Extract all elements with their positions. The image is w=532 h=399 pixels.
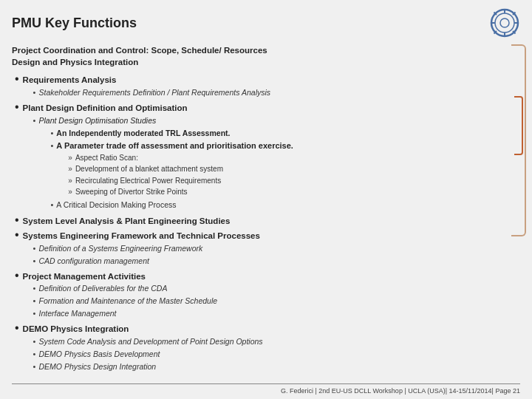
l1-label: Project Management Activities [23, 272, 146, 281]
l2-list: • System Code Analysis and Development o… [23, 336, 520, 373]
bracket-inner-decoration [514, 96, 523, 155]
l3-text: An Independently moderated TRL Assessmen… [56, 128, 520, 139]
list-item: • Interface Management [33, 308, 520, 320]
l4-text: Sweeping of Divertor Strike Points [75, 187, 520, 198]
list-item: • Plant Design Optimisation Studies • An… [33, 115, 520, 212]
list-item: • System Code Analysis and Development o… [33, 336, 520, 348]
l1-label: System Level Analysis & Plant Engineerin… [23, 216, 231, 225]
list-item: • DEMO Physics Basis Development [33, 349, 520, 361]
l1-label: DEMO Physics Integration [23, 324, 129, 333]
list-item: • Plant Design Definition and Optimisati… [15, 102, 520, 213]
l2-text: DEMO Physics Design Integration [38, 361, 520, 372]
list-item: • A Parameter trade off assessment and p… [50, 140, 520, 199]
dash-icon: • [33, 115, 36, 127]
list-item: • Systems Engineering Framework and Tech… [15, 230, 520, 268]
dash-icon: • [33, 349, 36, 361]
bullet-dot: • [15, 214, 19, 226]
subtitle: Project Coordination and Control: Scope,… [12, 44, 520, 68]
bullet-dot: • [15, 73, 19, 85]
dash-icon: • [33, 283, 36, 295]
l2-text: Definition of a Systems Engineering Fram… [38, 243, 520, 254]
l2-text: Definition of Deliverables for the CDA [38, 283, 520, 294]
bullet-dot: • [15, 101, 19, 113]
l3-text: A Critical Decision Making Process [56, 200, 520, 211]
l4-list: » Aspect Ratio Scan: » Development of a … [56, 153, 520, 198]
l2-list: • Plant Design Optimisation Studies • An… [23, 115, 520, 212]
l2-list: • Stakeholder Requirements Definition / … [23, 87, 520, 99]
item-text: Systems Engineering Framework and Techni… [23, 230, 520, 268]
page-title: PMU Key Functions [12, 16, 137, 31]
l1-label: Requirements Analysis [23, 75, 117, 84]
l2-list: • Definition of Deliverables for the CDA… [23, 283, 520, 320]
l2-text: Interface Management [38, 308, 520, 319]
list-item: • A Critical Decision Making Process [50, 200, 520, 211]
item-text: Plant Design Definition and Optimisation… [23, 102, 520, 213]
l2-text: CAD configuration management [38, 256, 520, 267]
l4-text: Development of a blanket attachment syst… [75, 164, 520, 175]
bullet-dot: • [15, 229, 19, 241]
l2-list: • Definition of a Systems Engineering Fr… [23, 243, 520, 267]
l2-text: System Code Analysis and Development of … [38, 336, 520, 347]
dash-icon: • [33, 336, 36, 348]
item-text: Requirements Analysis • Stakeholder Requ… [23, 74, 520, 100]
bullet-dot: • [15, 270, 19, 282]
list-item: » Sweeping of Divertor Strike Points [68, 187, 520, 198]
list-item: » Recirculating Electrical Power Require… [68, 176, 520, 187]
list-item: » Aspect Ratio Scan: [68, 153, 520, 164]
l1-label: Systems Engineering Framework and Techni… [23, 231, 260, 240]
dash-icon: • [33, 361, 36, 373]
dash-icon: • [33, 243, 36, 255]
footer: G. Federici | 2nd EU-US DCLL Workshop | … [12, 383, 520, 395]
dash-icon: • [33, 87, 36, 99]
arrow-icon: » [68, 176, 72, 187]
arrow-icon: » [68, 164, 72, 175]
bullet-dot: • [15, 322, 19, 334]
dash-icon: • [33, 308, 36, 320]
l2-text: Plant Design Optimisation Studies [38, 116, 156, 125]
l1-label: Plant Design Definition and Optimisation [23, 103, 188, 112]
content-area: • Requirements Analysis • Stakeholder Re… [12, 74, 520, 381]
list-item: • DEMO Physics Integration • System Code… [15, 323, 520, 374]
list-item: • CAD configuration management [33, 256, 520, 267]
list-item: • Project Management Activities • Defini… [15, 270, 520, 321]
dash-icon: • [50, 140, 53, 152]
l3-list: • An Independently moderated TRL Assessm… [38, 128, 520, 211]
dash-icon: • [33, 256, 36, 267]
svg-point-2 [500, 18, 509, 27]
l2-text: Stakeholder Requirements Definition / Pl… [38, 87, 520, 98]
list-item: • System Level Analysis & Plant Engineer… [15, 215, 520, 228]
dash-icon: • [50, 200, 53, 211]
list-item: • An Independently moderated TRL Assessm… [50, 128, 520, 140]
list-item: • Stakeholder Requirements Definition / … [33, 87, 520, 99]
header: PMU Key Functions [12, 7, 520, 38]
subtitle-line1: Project Coordination and Control: Scope,… [12, 46, 267, 55]
l3-text: A Parameter trade off assessment and pri… [56, 141, 293, 150]
list-item: • Definition of a Systems Engineering Fr… [33, 243, 520, 255]
list-item: » Development of a blanket attachment sy… [68, 164, 520, 175]
l4-text: Recirculating Electrical Power Requireme… [75, 176, 520, 187]
item-text: Project Management Activities • Definiti… [23, 270, 520, 321]
svg-point-1 [495, 13, 514, 33]
list-item: • DEMO Physics Design Integration [33, 361, 520, 373]
page: PMU Key Functions Project Coordination a… [0, 0, 532, 399]
l2-text: DEMO Physics Basis Development [38, 349, 520, 360]
arrow-icon: » [68, 153, 72, 164]
subtitle-line2: Design and Physics Integration [12, 58, 138, 66]
item-text: System Level Analysis & Plant Engineerin… [23, 215, 520, 228]
logo-icon [489, 7, 520, 38]
item-text: DEMO Physics Integration • System Code A… [23, 323, 520, 374]
l4-text: Aspect Ratio Scan: [75, 153, 520, 164]
list-item: • Formation and Maintenance of the Maste… [33, 296, 520, 307]
arrow-icon: » [68, 187, 72, 198]
dash-icon: • [50, 128, 53, 140]
dash-icon: • [33, 296, 36, 307]
list-item: • Requirements Analysis • Stakeholder Re… [15, 74, 520, 100]
footer-text: G. Federici | 2nd EU-US DCLL Workshop | … [281, 387, 520, 395]
list-item: • Definition of Deliverables for the CDA [33, 283, 520, 295]
l2-text: Formation and Maintenance of the Master … [38, 296, 520, 307]
